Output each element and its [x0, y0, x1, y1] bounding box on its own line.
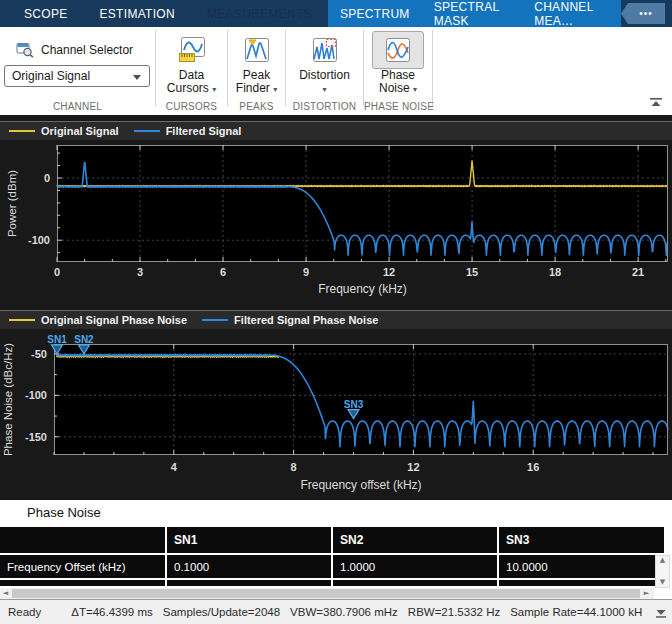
- data-cursors-icon: [177, 35, 207, 65]
- stat-delta-t: ΔT=46.4399 ms: [71, 606, 153, 618]
- svg-text:4: 4: [171, 461, 178, 473]
- legend-entry-original-signal[interactable]: Original Signal: [9, 125, 119, 137]
- svg-text:0: 0: [44, 172, 50, 184]
- legend-entry-filtered-signal[interactable]: Filtered Signal: [134, 125, 242, 137]
- svg-text:16: 16: [527, 461, 539, 473]
- phase-noise-button[interactable]: Phase Noise ▾: [372, 27, 424, 96]
- svg-text:15: 15: [466, 266, 478, 278]
- legend-entry-original-phase-noise[interactable]: Original Signal Phase Noise: [9, 314, 187, 326]
- tab-spectral-mask[interactable]: SPECTRAL MASK: [422, 0, 523, 27]
- scrollbar-thumb[interactable]: [12, 589, 640, 598]
- svg-text:12: 12: [407, 461, 419, 473]
- channel-dropdown-value: Original Signal: [12, 69, 90, 83]
- table-header-row: SN1 SN2 SN3: [0, 527, 664, 553]
- toolstrip: Channel Selector Original Signal CHANNEL: [0, 27, 672, 115]
- collapse-down-icon: [655, 608, 667, 618]
- y-axis-label: Phase Noise (dBc/Hz): [2, 343, 14, 456]
- stat-sample-rate: Sample Rate=44.1000 kH: [510, 606, 642, 618]
- scroll-down-icon[interactable]: ▼: [660, 578, 665, 587]
- dropdown-arrow-icon: ▾: [212, 85, 216, 94]
- sn3-frequency-offset-value[interactable]: 10.0000: [499, 555, 655, 578]
- stat-samples-per-update: Samples/Update=2048: [163, 606, 280, 618]
- marker-label: SN3: [344, 399, 364, 410]
- svg-text:18: 18: [549, 266, 561, 278]
- phase-noise-legend: Original Signal Phase Noise Filtered Sig…: [0, 310, 672, 329]
- scroll-right-icon[interactable]: ►: [641, 589, 652, 598]
- svg-text:9: 9: [303, 266, 309, 278]
- svg-text:-150: -150: [25, 431, 47, 443]
- svg-text:-50: -50: [31, 348, 47, 360]
- channel-dropdown[interactable]: Original Signal: [4, 65, 150, 87]
- stat-vbw: VBW=380.7906 mHz: [290, 606, 398, 618]
- marker-label: SN1: [47, 334, 67, 345]
- tab-estimation[interactable]: ESTIMATION: [84, 0, 191, 27]
- x-axis-label: Frequency offset (kHz): [300, 478, 421, 492]
- channel-selector-label: Channel Selector: [41, 43, 133, 57]
- legend-label: Filtered Signal Phase Noise: [234, 314, 378, 326]
- group-label-channel: CHANNEL: [0, 101, 155, 112]
- tab-channel-measurements[interactable]: CHANNEL MEA…: [522, 0, 621, 27]
- data-cursors-button[interactable]: Data Cursors ▾: [166, 27, 218, 96]
- channel-selector-icon: [16, 42, 34, 58]
- sn1-frequency-offset-value[interactable]: 0.1000: [167, 555, 331, 578]
- tab-scope[interactable]: SCOPE: [8, 0, 84, 27]
- peak-finder-button[interactable]: Peak Finder ▾: [231, 27, 283, 96]
- x-axis-label: Frequency (kHz): [318, 282, 407, 296]
- table-vertical-scrollbar[interactable]: ▲ ▼: [655, 555, 670, 588]
- header-cell-sn2[interactable]: SN2: [333, 527, 497, 553]
- tab-measurements[interactable]: MEASUREMENTS: [191, 0, 328, 27]
- group-label-distortion: DISTORTION: [286, 101, 363, 112]
- channel-selector-button[interactable]: Channel Selector: [16, 42, 133, 58]
- table-row-frequency-offset: Frequency Offset (kHz) 0.1000 1.0000 10.…: [0, 553, 664, 578]
- distortion-button[interactable]: Distortion ▾: [299, 27, 351, 96]
- phase-noise-table: SN1 SN2 SN3 Frequency Offset (kHz) 0.100…: [0, 527, 664, 586]
- group-label-phase-noise: PHASE NOISE: [364, 101, 432, 112]
- tab-spectrum[interactable]: SPECTRUM: [328, 0, 422, 27]
- phase-noise-button-selected-state: [372, 31, 424, 69]
- status-text: Ready: [8, 606, 41, 618]
- table-horizontal-scrollbar[interactable]: ◄ ►: [0, 588, 654, 599]
- legend-line-sample: [134, 130, 160, 132]
- peaks-group: Peak Finder ▾ PEAKS: [228, 27, 285, 115]
- y-axis-label: Power (dBm): [6, 170, 18, 237]
- scope-display-area: Original Signal Filtered Signal 03691215…: [0, 115, 672, 500]
- power-spectrum-plot[interactable]: 0369121518210-100Frequency (kHz)Power (d…: [0, 141, 672, 307]
- peak-finder-icon: [242, 35, 272, 65]
- phase-noise-label-2: Noise: [379, 81, 410, 95]
- svg-text:0: 0: [54, 266, 60, 278]
- spectrum-legend: Original Signal Filtered Signal: [0, 121, 672, 140]
- panel-title: Phase Noise: [27, 505, 101, 520]
- stat-rbw: RBW=21.5332 Hz: [408, 606, 500, 618]
- legend-entry-filtered-phase-noise[interactable]: Filtered Signal Phase Noise: [202, 314, 378, 326]
- header-cell-sn1[interactable]: SN1: [167, 527, 331, 553]
- dropdown-arrow-icon: ▾: [273, 85, 277, 94]
- collapse-toolstrip-button[interactable]: [649, 93, 663, 111]
- scroll-left-icon[interactable]: ◄: [0, 589, 11, 598]
- collapse-up-icon: [649, 98, 663, 107]
- table-row-partial: [0, 578, 664, 586]
- svg-text:-100: -100: [25, 389, 47, 401]
- legend-line-sample: [9, 319, 35, 321]
- data-cursors-label-2: Cursors: [167, 81, 209, 95]
- status-bar: Ready ΔT=46.4399 ms Samples/Update=2048 …: [0, 599, 672, 624]
- ellipsis-icon: •••: [639, 8, 653, 19]
- peak-finder-label-2: Finder: [236, 81, 270, 95]
- header-cell-sn3[interactable]: SN3: [499, 527, 664, 553]
- legend-label: Original Signal: [41, 125, 119, 137]
- toolstrip-more-button[interactable]: •••: [621, 3, 665, 24]
- svg-text:21: 21: [632, 266, 644, 278]
- phase-noise-panel: Phase Noise SN1 SN2 SN3 Frequency Offset…: [0, 500, 672, 599]
- dropdown-arrow-icon: ▾: [322, 85, 326, 94]
- minimize-status-button[interactable]: [655, 608, 667, 620]
- chevron-down-icon: [133, 75, 141, 80]
- channel-group: Channel Selector Original Signal CHANNEL: [0, 27, 155, 115]
- spectrum-analyzer-window: SCOPE ESTIMATION MEASUREMENTS SPECTRUM S…: [0, 0, 672, 624]
- scroll-up-icon[interactable]: ▲: [660, 556, 665, 565]
- phase-noise-plot[interactable]: 481216-50-100-150Frequency offset (kHz)P…: [0, 331, 672, 500]
- sn2-frequency-offset-value[interactable]: 1.0000: [333, 555, 497, 578]
- distortion-label-1: Distortion: [299, 69, 350, 82]
- svg-text:3: 3: [137, 266, 143, 278]
- legend-line-sample: [202, 319, 228, 321]
- status-stats: ΔT=46.4399 ms Samples/Update=2048 VBW=38…: [71, 606, 642, 618]
- svg-text:6: 6: [220, 266, 226, 278]
